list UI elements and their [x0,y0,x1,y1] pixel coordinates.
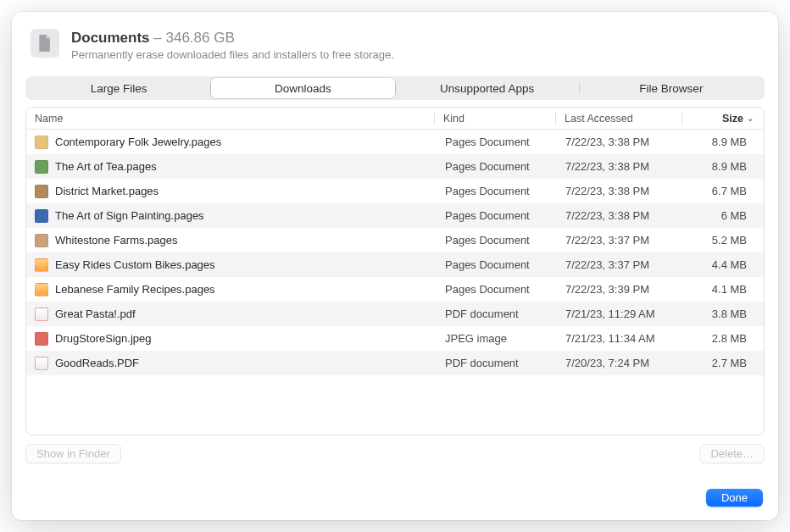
file-table: Name Kind Last Accessed Size ⌄ Contempor… [25,107,765,435]
show-in-finder-button[interactable]: Show in Finder [25,444,121,463]
table-row[interactable]: Whitestone Farms.pagesPages Document7/22… [26,228,764,252]
cell-size: 2.8 MB [682,332,764,345]
dialog-footer: Done [12,463,778,520]
file-name: The Art of Tea.pages [55,160,157,173]
file-type-icon [35,136,48,149]
cell-last-accessed: 7/21/23, 11:34 AM [557,332,682,345]
column-header-size[interactable]: Size ⌄ [682,113,764,125]
tab-label: Unsupported Apps [440,82,534,95]
table-row[interactable]: GoodReads.PDFPDF document7/20/23, 7:24 P… [26,351,764,375]
done-button[interactable]: Done [706,489,763,507]
documents-category-icon [31,29,59,58]
file-name: Whitestone Farms.pages [55,234,178,247]
tab-downloads[interactable]: Downloads [211,78,394,98]
column-header-last-accessed[interactable]: Last Accessed [556,113,682,125]
document-icon [36,34,53,53]
cell-name: GoodReads.PDF [26,357,437,370]
tab-large-files[interactable]: Large Files [27,78,210,98]
column-header-kind[interactable]: Kind [435,113,555,125]
column-label: Last Accessed [565,113,633,125]
cell-last-accessed: 7/21/23, 11:29 AM [557,308,682,320]
cell-name: The Art of Sign Painting.pages [26,209,437,223]
segmented-control: Large Files Downloads Unsupported Apps F… [25,76,765,100]
cell-size: 4.1 MB [682,283,764,296]
cell-last-accessed: 7/22/23, 3:38 PM [557,160,682,173]
header: Documents – 346.86 GB Permanently erase … [12,12,778,76]
cell-size: 3.8 MB [682,308,764,320]
page-subtitle: Permanently erase downloaded files and i… [71,48,394,61]
cell-name: District Market.pages [26,185,437,198]
file-name: GoodReads.PDF [55,357,139,369]
cell-kind: Pages Document [437,160,557,173]
cell-kind: Pages Document [437,136,557,148]
cell-kind: PDF document [437,357,557,369]
tab-label: Large Files [91,82,147,95]
file-type-icon [35,332,48,346]
cell-last-accessed: 7/22/23, 3:37 PM [557,234,682,247]
segmented-control-wrap: Large Files Downloads Unsupported Apps F… [12,76,778,107]
file-type-icon [35,234,48,247]
cell-name: Lebanese Family Recipes.pages [26,283,437,296]
cell-size: 4.4 MB [682,258,764,271]
cell-last-accessed: 7/20/23, 7:24 PM [557,357,682,369]
cell-kind: Pages Document [437,209,557,222]
cell-last-accessed: 7/22/23, 3:38 PM [557,209,682,222]
header-text: Documents – 346.86 GB Permanently erase … [71,29,394,61]
cell-kind: Pages Document [437,234,557,247]
cell-name: Whitestone Farms.pages [26,234,437,247]
table-body[interactable]: Contemporary Folk Jewelry.pagesPages Doc… [26,130,764,435]
chevron-down-icon: ⌄ [747,114,754,123]
cell-name: Great Pasta!.pdf [26,308,437,321]
page-size: – 346.86 GB [153,30,234,46]
file-type-icon [35,258,48,272]
table-row[interactable]: The Art of Tea.pagesPages Document7/22/2… [26,154,764,179]
table-row[interactable]: Lebanese Family Recipes.pagesPages Docum… [26,277,764,302]
file-name: District Market.pages [55,185,159,197]
file-name: Easy Rides Custom Bikes.pages [55,258,215,271]
file-type-icon [35,283,48,296]
delete-button[interactable]: Delete… [699,444,765,463]
footer-actions: Show in Finder Delete… [12,435,778,463]
table-header: Name Kind Last Accessed Size ⌄ [26,108,764,130]
cell-name: The Art of Tea.pages [26,160,437,174]
title-row: Documents – 346.86 GB [71,29,394,47]
cell-size: 6 MB [682,209,764,222]
cell-last-accessed: 7/22/23, 3:39 PM [557,283,682,296]
table-row[interactable]: Great Pasta!.pdfPDF document7/21/23, 11:… [26,302,764,326]
file-name: The Art of Sign Painting.pages [55,209,204,222]
cell-kind: Pages Document [437,185,557,197]
column-label: Name [35,113,63,125]
cell-name: DrugStoreSign.jpeg [26,332,437,346]
cell-name: Contemporary Folk Jewelry.pages [26,136,437,149]
table-row[interactable]: DrugStoreSign.jpegJPEG image7/21/23, 11:… [26,326,764,351]
file-name: DrugStoreSign.jpeg [55,332,151,345]
file-name: Contemporary Folk Jewelry.pages [55,136,221,148]
column-header-name[interactable]: Name [26,113,434,125]
file-type-icon [35,308,48,321]
table-row[interactable]: District Market.pagesPages Document7/22/… [26,179,764,203]
cell-kind: Pages Document [437,258,557,271]
tab-unsupported-apps[interactable]: Unsupported Apps [396,78,579,98]
cell-kind: PDF document [437,308,557,320]
table-row[interactable]: The Art of Sign Painting.pagesPages Docu… [26,203,764,228]
cell-last-accessed: 7/22/23, 3:37 PM [557,258,682,271]
cell-kind: JPEG image [437,332,557,345]
file-type-icon [35,357,48,370]
file-type-icon [35,160,48,174]
cell-last-accessed: 7/22/23, 3:38 PM [557,136,682,148]
tab-file-browser[interactable]: File Browser [580,78,763,98]
storage-documents-window: Documents – 346.86 GB Permanently erase … [12,12,778,520]
file-type-icon [35,185,48,198]
page-title: Documents [71,30,150,46]
tab-label: Downloads [275,82,331,95]
cell-last-accessed: 7/22/23, 3:38 PM [557,185,682,197]
cell-kind: Pages Document [437,283,557,296]
file-name: Great Pasta!.pdf [55,308,136,320]
tab-label: File Browser [639,82,703,95]
table-row[interactable]: Easy Rides Custom Bikes.pagesPages Docum… [26,252,764,277]
file-type-icon [35,209,48,223]
cell-size: 5.2 MB [682,234,764,247]
table-row[interactable]: Contemporary Folk Jewelry.pagesPages Doc… [26,130,764,154]
cell-size: 6.7 MB [682,185,764,197]
cell-name: Easy Rides Custom Bikes.pages [26,258,437,272]
